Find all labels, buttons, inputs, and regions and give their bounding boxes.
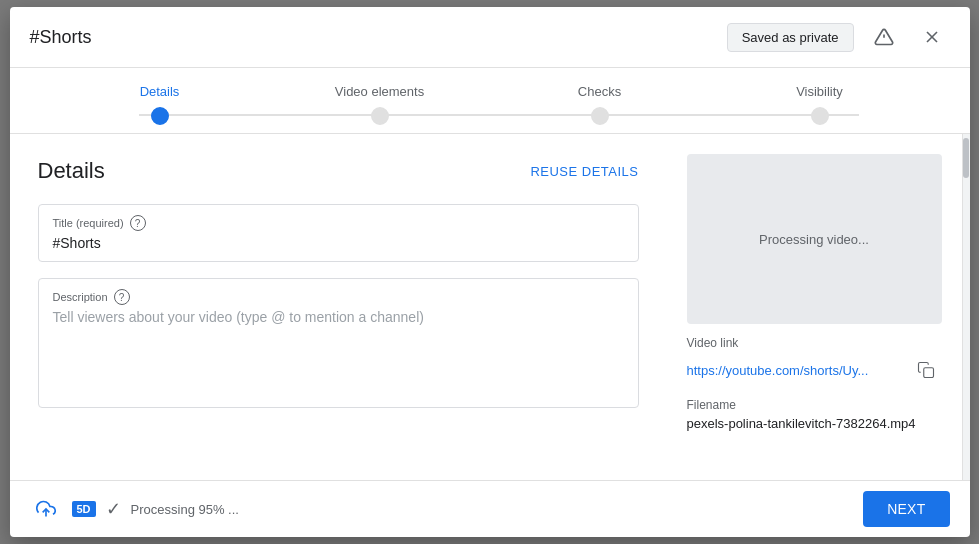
step-video-elements-label: Video elements (335, 84, 424, 99)
link-row: https://youtube.com/shorts/Uy... (687, 354, 942, 386)
svg-rect-4 (923, 368, 933, 378)
title-field[interactable]: Title (required) ? #Shorts (38, 204, 639, 262)
step-checks: Checks (490, 84, 710, 125)
step-details-label: Details (140, 84, 180, 99)
left-panel: Details REUSE DETAILS Title (required) ?… (10, 134, 667, 480)
step-video-elements-circle (371, 107, 389, 125)
description-field[interactable]: Description ? Tell viewers about your vi… (38, 278, 639, 408)
sd-badge: 5D (72, 501, 96, 517)
filename-section: Filename pexels-polina-tankilevitch-7382… (687, 398, 942, 431)
video-link-label: Video link (687, 336, 942, 350)
video-link-url[interactable]: https://youtube.com/shorts/Uy... (687, 363, 869, 378)
saved-as-private-badge: Saved as private (727, 23, 854, 52)
header-actions: Saved as private (727, 19, 950, 55)
video-preview: Processing video... (687, 154, 942, 324)
upload-button[interactable] (30, 493, 62, 525)
details-section-title: Details (38, 158, 105, 184)
modal-footer: 5D ✓ Processing 95% ... NEXT (10, 480, 970, 537)
description-help-icon: ? (114, 289, 130, 305)
step-visibility-label: Visibility (796, 84, 843, 99)
footer-left: 5D ✓ Processing 95% ... (30, 493, 852, 525)
alert-button[interactable] (866, 19, 902, 55)
right-panel: Processing video... Video link https://y… (667, 134, 962, 480)
modal-header: #Shorts Saved as private (10, 7, 970, 68)
stepper: Details Video elements Checks Visibility (10, 68, 970, 134)
check-icon: ✓ (106, 498, 121, 520)
upload-modal: #Shorts Saved as private (10, 7, 970, 537)
modal-body: Details REUSE DETAILS Title (required) ?… (10, 134, 970, 480)
processing-status: Processing 95% ... (131, 502, 239, 517)
description-field-label: Description ? (53, 289, 624, 305)
step-checks-label: Checks (578, 84, 621, 99)
filename-text: pexels-polina-tankilevitch-7382264.mp4 (687, 416, 942, 431)
scrollbar[interactable] (962, 134, 970, 480)
copy-link-button[interactable] (910, 354, 942, 386)
close-button[interactable] (914, 19, 950, 55)
next-button[interactable]: NEXT (863, 491, 949, 527)
description-placeholder[interactable]: Tell viewers about your video (type @ to… (53, 309, 624, 325)
step-details: Details (50, 84, 270, 125)
title-help-icon: ? (130, 215, 146, 231)
title-field-label: Title (required) ? (53, 215, 624, 231)
modal-title: #Shorts (30, 27, 92, 48)
video-link-section: Video link https://youtube.com/shorts/Uy… (687, 336, 942, 386)
processing-text: Processing video... (759, 232, 869, 247)
step-visibility: Visibility (710, 84, 930, 125)
title-field-value[interactable]: #Shorts (53, 235, 624, 251)
step-video-elements: Video elements (270, 84, 490, 125)
filename-label: Filename (687, 398, 942, 412)
scroll-thumb[interactable] (963, 138, 969, 178)
step-checks-circle (591, 107, 609, 125)
step-details-circle (151, 107, 169, 125)
step-visibility-circle (811, 107, 829, 125)
reuse-details-button[interactable]: REUSE DETAILS (530, 164, 638, 179)
details-header: Details REUSE DETAILS (38, 158, 639, 184)
